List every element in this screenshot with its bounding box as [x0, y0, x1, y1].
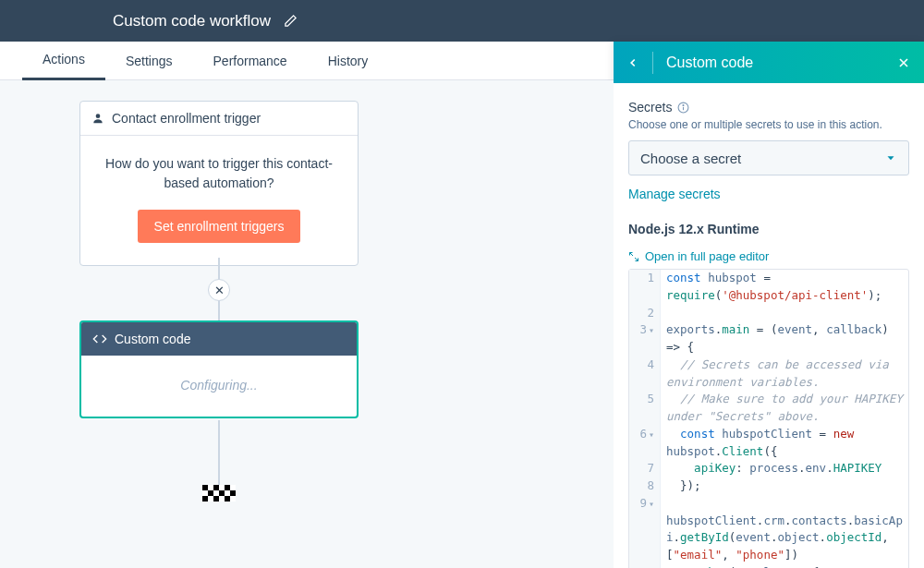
- manage-secrets-link[interactable]: Manage secrets: [628, 187, 909, 201]
- gutter-line-number: 5: [629, 391, 661, 426]
- svg-line-8: [635, 258, 638, 261]
- gutter-line-number: 7: [629, 460, 661, 477]
- custom-code-node-header: Custom code: [81, 322, 357, 356]
- gutter-line-number: 3▾: [629, 321, 661, 357]
- secrets-label-row: Secrets: [628, 100, 909, 115]
- custom-code-node-status: Configuring...: [81, 356, 357, 417]
- connector: [218, 420, 220, 485]
- delete-node-button[interactable]: ✕: [208, 279, 230, 301]
- tabs: Actions Settings Performance History: [0, 42, 614, 80]
- gutter-line-number: 1: [629, 270, 661, 305]
- finish-flag-icon: [202, 485, 236, 502]
- code-line[interactable]: 1const hubspot = require('@hubspot/api-c…: [629, 270, 908, 305]
- code-editor[interactable]: 1const hubspot = require('@hubspot/api-c…: [628, 269, 909, 568]
- custom-code-node[interactable]: Custom code Configuring...: [79, 320, 359, 418]
- panel-title: Custom code: [666, 54, 883, 71]
- code-line[interactable]: 7 apiKey: process.env.HAPIKEY: [629, 460, 908, 477]
- topbar: Custom code workflow: [0, 0, 924, 42]
- open-full-page-editor-link[interactable]: Open in full page editor: [628, 249, 909, 263]
- gutter-line-number: 8: [629, 477, 661, 495]
- gutter-line-number: 9▾: [629, 495, 661, 564]
- expand-icon: [628, 251, 639, 262]
- secrets-select-value: Choose a secret: [640, 151, 741, 166]
- tab-history[interactable]: History: [308, 42, 389, 80]
- svg-marker-6: [888, 156, 894, 160]
- code-icon: [92, 332, 107, 346]
- code-text[interactable]: apiKey: process.env.HAPIKEY: [661, 460, 908, 477]
- divider: [652, 52, 653, 74]
- app-root: Custom code workflow Actions Settings Pe…: [0, 0, 924, 568]
- code-text[interactable]: hubspotClient.crm.contacts.basicApi.getB…: [661, 495, 908, 564]
- gutter-line-number: 6▾: [629, 426, 661, 461]
- edit-title-icon[interactable]: [284, 14, 298, 28]
- code-text[interactable]: });: [661, 477, 908, 495]
- left-pane: Actions Settings Performance History Con…: [0, 42, 614, 568]
- code-line[interactable]: 2: [629, 305, 908, 322]
- code-line[interactable]: 10▾ .then(results => {: [629, 564, 908, 568]
- code-text[interactable]: // Secrets can be accessed via environme…: [661, 357, 908, 392]
- chevron-down-icon: [884, 151, 897, 164]
- main: Actions Settings Performance History Con…: [0, 42, 924, 568]
- runtime-label: Node.js 12.x Runtime: [628, 222, 909, 236]
- code-text[interactable]: [661, 305, 908, 322]
- code-line[interactable]: 5 // Make sure to add your HAPIKEY under…: [629, 391, 908, 426]
- secrets-help: Choose one or multiple secrets to use in…: [628, 118, 909, 131]
- trigger-question: How do you want to trigger this contact-…: [101, 154, 337, 193]
- code-text[interactable]: const hubspotClient = new hubspot.Client…: [661, 426, 908, 461]
- gutter-line-number: 2: [629, 305, 661, 322]
- tab-actions[interactable]: Actions: [22, 42, 105, 80]
- svg-point-5: [683, 104, 684, 105]
- custom-code-node-title: Custom code: [115, 332, 190, 346]
- workflow-canvas[interactable]: Contact enrollment trigger How do you wa…: [0, 80, 614, 568]
- open-full-page-editor-label: Open in full page editor: [645, 249, 769, 263]
- code-text[interactable]: // Make sure to add your HAPIKEY under "…: [661, 391, 908, 426]
- gutter-line-number: 10▾: [629, 564, 661, 568]
- connector: [218, 301, 220, 321]
- secrets-label: Secrets: [628, 100, 672, 115]
- trigger-node-header: Contact enrollment trigger: [80, 102, 358, 136]
- trigger-node-body: How do you want to trigger this contact-…: [80, 136, 358, 265]
- back-icon[interactable]: [626, 56, 639, 69]
- code-line[interactable]: 8 });: [629, 477, 908, 495]
- code-text[interactable]: const hubspot = require('@hubspot/api-cl…: [661, 270, 908, 305]
- side-panel: Custom code Secrets Choose one or multip…: [614, 42, 924, 568]
- code-text[interactable]: exports.main = (event, callback) => {: [661, 321, 908, 357]
- gutter-line-number: 4: [629, 357, 661, 392]
- close-icon[interactable]: [896, 55, 911, 70]
- tab-settings[interactable]: Settings: [105, 42, 193, 80]
- panel-header: Custom code: [614, 42, 924, 83]
- tab-performance[interactable]: Performance: [193, 42, 308, 80]
- workflow-title: Custom code workflow: [113, 12, 271, 30]
- svg-line-7: [630, 252, 634, 256]
- code-line[interactable]: 4 // Secrets can be accessed via environ…: [629, 357, 908, 392]
- secrets-select[interactable]: Choose a secret: [628, 140, 909, 175]
- trigger-title: Contact enrollment trigger: [112, 111, 261, 126]
- info-icon[interactable]: [677, 102, 689, 114]
- code-line[interactable]: 9▾ hubspotClient.crm.contacts.basicApi.g…: [629, 495, 908, 564]
- contact-icon: [91, 112, 104, 125]
- panel-body: Secrets Choose one or multiple secrets t…: [614, 83, 924, 568]
- trigger-node[interactable]: Contact enrollment trigger How do you wa…: [79, 101, 359, 266]
- code-text[interactable]: .then(results => {: [661, 564, 908, 568]
- code-line[interactable]: 6▾ const hubspotClient = new hubspot.Cli…: [629, 426, 908, 461]
- code-line[interactable]: 3▾exports.main = (event, callback) => {: [629, 321, 908, 357]
- set-enrollment-triggers-button[interactable]: Set enrollment triggers: [138, 210, 301, 243]
- svg-point-0: [96, 114, 101, 118]
